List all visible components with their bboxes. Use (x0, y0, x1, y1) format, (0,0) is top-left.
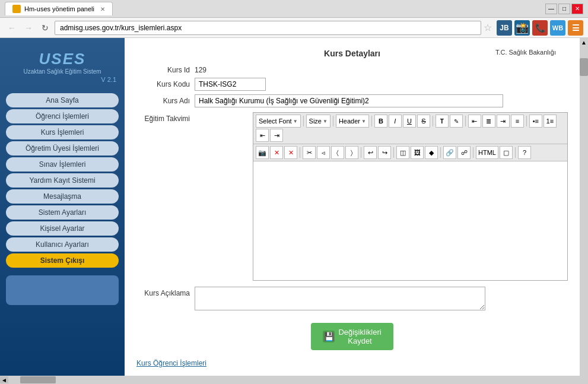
form-area: Kurs Id 129 Kurs Kodu Kurs Adı (136, 63, 568, 317)
sep10 (440, 147, 441, 158)
save-button[interactable]: 💾 Değişiklikleri Kaydet (311, 323, 393, 350)
kurs-id-label: Kurs Id (136, 66, 190, 74)
kurs-adi-label: Kurs Adı (136, 97, 190, 105)
image-btn[interactable]: 📷 (256, 146, 269, 159)
paste-text-btn[interactable]: 〉 (345, 146, 358, 159)
sidebar-item-kurs-islemleri[interactable]: Kurs İşlemleri (6, 125, 119, 139)
save-icon: 💾 (323, 331, 335, 342)
ext-icon-2[interactable]: 📞 (532, 20, 548, 36)
kurs-ogrenci-link[interactable]: Kurs Öğrenci İşlemleri (136, 359, 206, 367)
sep7 (300, 147, 300, 158)
kurs-kodu-label: Kurs Kodu (136, 80, 190, 88)
sidebar-item-ana-sayfa[interactable]: Ana Sayfa (6, 93, 119, 107)
redo-btn[interactable]: ↪ (378, 146, 391, 159)
h-scroll-thumb[interactable] (20, 376, 56, 383)
unlink-btn[interactable]: ☍ (457, 146, 471, 159)
list-ordered-btn[interactable]: 1≡ (543, 115, 557, 128)
content-area: USES Uzaktan Sağlık Eğitim Sistem V 2.1 … (0, 38, 588, 376)
refresh-button[interactable]: ↻ (38, 21, 52, 35)
sidebar-item-yardim-kayit[interactable]: Yardım Kayıt Sistemi (6, 173, 119, 188)
highlight-btn[interactable]: ✎ (450, 115, 463, 128)
back-button[interactable]: ← (5, 21, 19, 35)
remove2-btn[interactable]: ✕ (284, 146, 297, 159)
undo-btn[interactable]: ↩ (364, 146, 377, 159)
sidebar-item-sinav-islemleri[interactable]: Sınav İşlemleri (6, 157, 119, 172)
list-unordered-btn[interactable]: •≡ (529, 115, 542, 128)
kurs-aciklama-row: Kurs Açıklama (136, 287, 568, 310)
link-btn[interactable]: 🔗 (443, 146, 456, 159)
align-left-btn[interactable]: ⇤ (468, 115, 481, 128)
menu-icon[interactable]: ☰ (568, 20, 583, 36)
egitim-takvimi-label: Eğitim Takvimi (136, 112, 190, 123)
indent-btn[interactable]: ⇥ (270, 129, 283, 142)
scroll-left-btn[interactable]: ◄ (0, 376, 8, 383)
bold-button[interactable]: B (374, 115, 387, 128)
minimize-button[interactable]: — (545, 4, 557, 14)
scroll-up-btn[interactable]: ▲ (580, 38, 588, 46)
version-label: V 2.1 (6, 75, 119, 84)
align-right-btn[interactable]: ⇥ (497, 115, 510, 128)
kurs-kodu-input[interactable] (195, 78, 266, 91)
text-color-btn[interactable]: T (436, 115, 449, 128)
horizontal-scrollbar[interactable]: ◄ (0, 376, 588, 384)
font-selector[interactable]: Select Font ▼ (256, 115, 301, 128)
nav-bar: ← → ↻ ☆ JB 📸 📞 WB ☰ (0, 18, 588, 38)
logo-subtitle: Uzaktan Sağlık Eğitim Sistem (6, 68, 119, 75)
sidebar-item-kisisel-ayarlar[interactable]: Kişisel Ayarlar (6, 221, 119, 236)
copy-btn[interactable]: ◃ (317, 146, 330, 159)
align-center-btn[interactable]: ≣ (482, 115, 495, 128)
paste-btn[interactable]: 〈 (331, 146, 344, 159)
sidebar-extra-box (6, 275, 119, 305)
table-btn[interactable]: ◫ (396, 146, 409, 159)
kurs-adi-row: Kurs Adı (136, 94, 568, 107)
scroll-thumb[interactable] (580, 58, 588, 76)
header-selector[interactable]: Header ▼ (336, 115, 369, 128)
address-bar[interactable] (55, 21, 481, 35)
ext-icon-1[interactable]: 📸 (514, 20, 530, 36)
editor-body[interactable] (253, 161, 567, 280)
insert-img-btn[interactable]: 🖼 (411, 146, 424, 159)
window-controls: — □ ✕ (545, 4, 583, 14)
tab-close-btn[interactable]: ✕ (100, 6, 105, 12)
sidebar-item-mesajlasma[interactable]: Mesajlaşma (6, 189, 119, 204)
strikethrough-button[interactable]: S (417, 115, 430, 128)
sep5 (465, 116, 466, 126)
jb-icon[interactable]: JB (497, 20, 512, 36)
preview-btn[interactable]: ▢ (500, 146, 513, 159)
logo-text: USES (6, 50, 119, 68)
special-btn[interactable]: ◆ (425, 146, 438, 159)
sidebar-item-kullanici-ayarlari[interactable]: Kullanıcı Ayarları (6, 237, 119, 252)
sidebar-item-ogrenci-islemleri[interactable]: Öğrenci İşlemleri (6, 109, 119, 123)
bookmark-icon[interactable]: ☆ (484, 22, 492, 33)
sep6 (526, 116, 527, 126)
forward-button[interactable]: → (21, 21, 36, 35)
close-button[interactable]: ✕ (571, 4, 583, 14)
wb-icon[interactable]: WB (550, 20, 565, 36)
vertical-scrollbar[interactable]: ▲ (580, 38, 588, 376)
kurs-adi-input[interactable] (195, 94, 503, 107)
main-content: T.C. Sağlık Bakanlığı Kurs Detayları Kur… (125, 38, 580, 376)
font-label: Select Font (259, 118, 292, 125)
help-btn[interactable]: ? (518, 146, 531, 159)
size-selector[interactable]: Size ▼ (306, 115, 330, 128)
browser-icons: JB 📸 📞 WB ☰ (497, 20, 583, 36)
sidebar-item-ogretim-uyesi[interactable]: Öğretim Üyesi İşlemleri (6, 141, 119, 155)
sep11 (473, 147, 473, 158)
remove-btn[interactable]: ✕ (270, 146, 283, 159)
sidebar-item-sistem-cikisi[interactable]: Sistem Çıkışı (6, 253, 119, 268)
maximize-button[interactable]: □ (558, 4, 570, 14)
logo-area: USES Uzaktan Sağlık Eğitim Sistem V 2.1 (6, 44, 119, 87)
underline-button[interactable]: U (403, 115, 416, 128)
sidebar-item-sistem-ayarlari[interactable]: Sistem Ayarları (6, 205, 119, 220)
html-btn[interactable]: HTML (476, 146, 498, 159)
cut-btn[interactable]: ✂ (303, 146, 316, 159)
sep3 (371, 116, 372, 126)
editor-toolbar-row1: Select Font ▼ Size ▼ Heade (253, 113, 567, 144)
italic-button[interactable]: I (389, 115, 402, 128)
outdent-btn[interactable]: ⇤ (256, 129, 269, 142)
browser-window: Hm-uses yönetim paneli ✕ — □ ✕ ← → ↻ ☆ J… (0, 0, 588, 384)
kurs-aciklama-textarea[interactable] (195, 287, 485, 310)
size-label: Size (309, 118, 322, 125)
align-justify-btn[interactable]: ≡ (511, 115, 524, 128)
browser-tab[interactable]: Hm-uses yönetim paneli ✕ (5, 2, 113, 15)
